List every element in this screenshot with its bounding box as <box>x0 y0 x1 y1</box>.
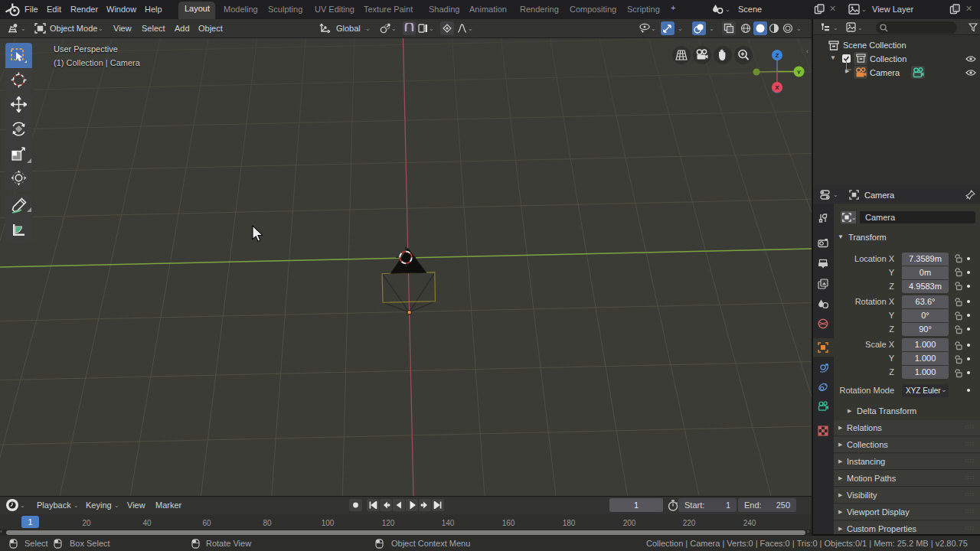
svg-text:Y: Y <box>797 69 802 76</box>
svg-text:Z: Z <box>776 52 779 59</box>
svg-text:X: X <box>775 84 779 91</box>
